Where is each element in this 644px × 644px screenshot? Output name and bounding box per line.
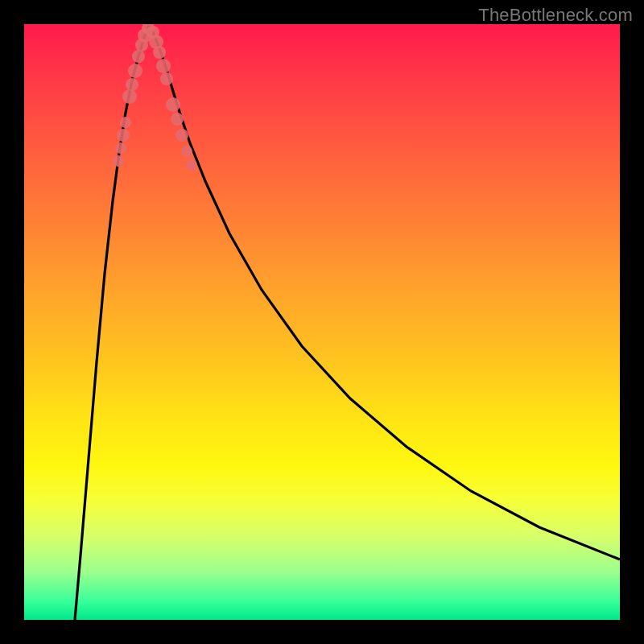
bead-left-4 — [122, 89, 137, 104]
bead-left-7 — [132, 50, 145, 63]
bead-left-6 — [128, 64, 142, 78]
bead-right-9 — [186, 159, 197, 171]
chart-plot-area — [24, 24, 620, 620]
bead-right-6 — [171, 113, 184, 126]
chart-svg — [24, 24, 620, 620]
bead-right-3 — [156, 59, 171, 73]
bead-left-3 — [120, 117, 131, 128]
bead-left-5 — [126, 78, 138, 91]
bead-right-8 — [181, 146, 192, 157]
curve-right — [149, 26, 620, 559]
bead-right-5 — [166, 97, 180, 112]
bead-right-2 — [153, 46, 166, 59]
bead-right-7 — [175, 129, 188, 142]
bead-left-2 — [117, 129, 130, 142]
chart-frame: TheBottleneck.com — [0, 0, 644, 644]
bead-left-1 — [115, 142, 126, 154]
watermark-text: TheBottleneck.com — [478, 5, 633, 26]
curve-left — [75, 26, 149, 620]
bead-left-0 — [113, 155, 124, 167]
bead-right-4 — [160, 72, 173, 85]
